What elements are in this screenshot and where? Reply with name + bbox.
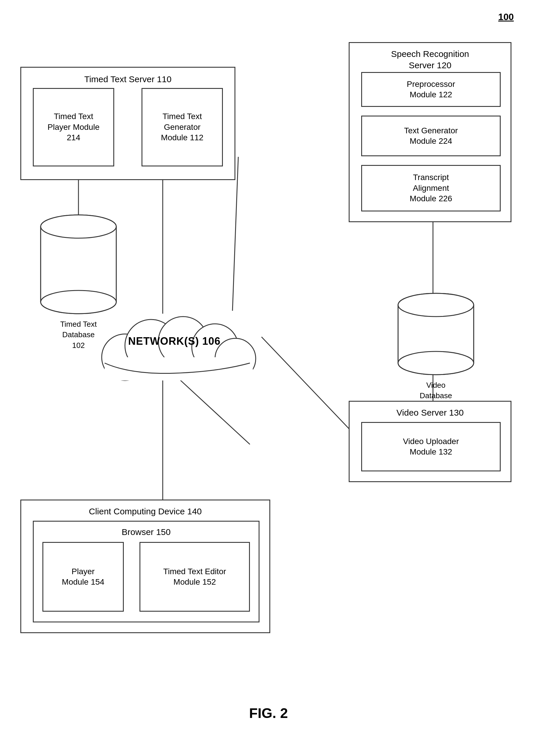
video-db-cylinder: VideoDatabase104 <box>395 290 476 412</box>
video-server-label: Video Server 130 <box>396 407 464 418</box>
player-module-box: Timed Text Player Module 214 <box>33 88 114 167</box>
transcript-alignment-module-label: TranscriptAlignmentModule 226 <box>410 172 452 204</box>
network-cloud: NETWORK(S) 106 <box>73 296 276 386</box>
svg-point-14 <box>41 215 116 238</box>
speech-recognition-server-label: Speech RecognitionServer 120 <box>391 48 469 71</box>
text-generator-module-label: Text GeneratorModule 224 <box>404 126 458 147</box>
figure-number: 100 <box>498 12 514 22</box>
video-server-box: Video Server 130 Video UploaderModule 13… <box>349 401 512 482</box>
figure-caption: FIG. 2 <box>249 705 288 721</box>
timed-text-editor-module-box: Timed Text EditorModule 152 <box>140 542 250 612</box>
transcript-alignment-module-box: TranscriptAlignmentModule 226 <box>361 165 501 211</box>
player-module-label: Timed Text Player Module 214 <box>48 111 100 143</box>
network-label: NETWORK(S) 106 <box>73 335 276 347</box>
browser-box: Browser 150 PlayerModule 154 Timed Text … <box>33 521 260 623</box>
player-module-client-label: PlayerModule 154 <box>62 566 104 587</box>
timed-text-editor-module-label: Timed Text EditorModule 152 <box>163 566 226 587</box>
svg-point-23 <box>398 352 474 375</box>
video-uploader-module-label: Video UploaderModule 132 <box>403 436 459 457</box>
client-device-label: Client Computing Device 140 <box>89 506 202 517</box>
speech-recognition-server-box: Speech RecognitionServer 120 Preprocesso… <box>349 42 512 222</box>
timed-text-server-label: Timed Text Server 110 <box>84 73 171 85</box>
svg-rect-29 <box>104 357 253 380</box>
generator-module-label: Timed Text Generator Module 112 <box>161 111 203 143</box>
browser-label: Browser 150 <box>122 526 171 538</box>
client-device-box: Client Computing Device 140 Browser 150 … <box>21 500 270 633</box>
timed-text-server-box: Timed Text Server 110 Timed Text Player … <box>21 67 235 180</box>
player-module-client-box: PlayerModule 154 <box>42 542 124 612</box>
svg-point-22 <box>398 293 474 317</box>
text-generator-module-box: Text GeneratorModule 224 <box>361 116 501 156</box>
video-uploader-module-box: Video UploaderModule 132 <box>361 422 501 472</box>
preprocessor-module-box: PreprocessorModule 122 <box>361 72 501 107</box>
generator-module-box: Timed Text Generator Module 112 <box>142 88 223 167</box>
preprocessor-module-label: PreprocessorModule 122 <box>407 79 455 100</box>
